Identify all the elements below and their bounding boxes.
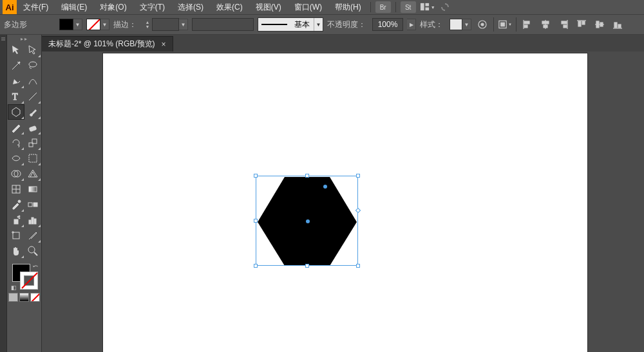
stroke-weight-stepper[interactable]: ▲▼ ▼ <box>143 18 188 31</box>
mesh-tool[interactable] <box>8 181 24 197</box>
artboard[interactable] <box>103 53 587 352</box>
pen-icon <box>10 75 22 87</box>
eraser-tool[interactable] <box>24 120 41 135</box>
align-top-icon <box>576 19 587 30</box>
close-icon[interactable]: × <box>162 40 166 49</box>
svg-rect-15 <box>564 25 567 28</box>
arrange-documents-button[interactable]: ▼ <box>420 1 435 13</box>
type-tool[interactable]: T <box>8 89 24 104</box>
bridge-button[interactable]: Br <box>375 1 391 13</box>
shape-center-anchor[interactable] <box>306 219 310 223</box>
chevron-down-icon: ▼ <box>73 19 82 30</box>
align-to-button[interactable]: ▼ <box>498 18 512 31</box>
align-left-button[interactable] <box>520 18 535 31</box>
shape-builder-tool[interactable] <box>8 166 24 181</box>
stroke-color-control[interactable]: ▼ <box>86 19 109 30</box>
variable-width-profile-slot[interactable] <box>192 18 254 31</box>
free-transform-tool[interactable] <box>24 151 41 166</box>
artboard-icon <box>10 230 22 241</box>
menu-select[interactable]: 选择(S) <box>171 0 210 14</box>
menu-type[interactable]: 文字(T) <box>133 0 171 14</box>
canvas[interactable] <box>42 51 644 352</box>
menu-object[interactable]: 对象(O) <box>93 0 133 14</box>
rotate-tool[interactable] <box>8 135 24 151</box>
separator <box>516 17 516 32</box>
menu-window[interactable]: 窗口(W) <box>288 0 328 14</box>
svg-rect-33 <box>29 154 37 162</box>
line-segment-tool[interactable] <box>24 89 41 104</box>
gradient-tool[interactable] <box>24 181 41 197</box>
color-mode-none[interactable] <box>30 293 40 302</box>
svg-rect-14 <box>562 21 567 24</box>
menu-view[interactable]: 视图(V) <box>249 0 288 14</box>
sync-settings-button[interactable] <box>437 0 453 14</box>
zoom-tool[interactable] <box>24 243 41 259</box>
svg-rect-30 <box>29 125 36 131</box>
column-graph-tool[interactable] <box>24 212 41 228</box>
stroke-weight-field[interactable] <box>152 18 179 31</box>
menu-help[interactable]: 帮助(H) <box>328 0 368 14</box>
options-bar: 多边形 ▼ ▼ 描边： ▲▼ ▼ 基本 ▼ 不透明度： 100% ▶ 样式： ▼… <box>0 14 644 35</box>
blend-tool[interactable] <box>24 197 41 212</box>
toolbox-expand-button[interactable]: ▸▸ <box>21 36 28 42</box>
stock-button[interactable]: St <box>401 1 416 13</box>
curvature-tool[interactable] <box>24 73 41 89</box>
lasso-tool[interactable] <box>24 58 41 73</box>
brush-definition-control[interactable]: 基本 ▼ <box>258 17 323 32</box>
align-bottom-button[interactable] <box>611 18 625 31</box>
selection-handle-w[interactable] <box>254 219 258 223</box>
document-tab[interactable]: 未标题-2* @ 101% (RGB/预览) × <box>42 36 173 51</box>
perspective-grid-tool[interactable] <box>24 166 41 181</box>
live-corner-widget[interactable] <box>355 208 361 213</box>
magic-wand-tool[interactable] <box>8 58 24 73</box>
align-vcenter-icon <box>594 19 605 30</box>
fill-stroke-swatches[interactable]: ⤺ ◧ <box>10 263 39 291</box>
stroke-swatch[interactable] <box>20 272 38 290</box>
svg-point-53 <box>28 246 35 253</box>
scale-tool[interactable] <box>24 135 41 151</box>
opacity-field[interactable]: 100% <box>372 18 403 31</box>
color-mode-solid[interactable] <box>8 293 18 302</box>
eyedropper-tool[interactable] <box>8 197 24 212</box>
align-vcenter-button[interactable] <box>592 18 607 31</box>
selection-handle-ne[interactable] <box>356 174 360 178</box>
menu-edit[interactable]: 编辑(E) <box>55 0 93 14</box>
selection-handle-n[interactable] <box>305 174 309 178</box>
slice-tool[interactable] <box>24 228 41 243</box>
swap-fill-stroke-icon[interactable]: ⤺ <box>33 263 38 270</box>
dock-strip[interactable] <box>0 35 7 352</box>
align-right-button[interactable] <box>556 18 571 31</box>
color-mode-gradient[interactable] <box>19 293 29 302</box>
selection-handle-sw[interactable] <box>254 264 258 268</box>
align-hcenter-button[interactable] <box>538 18 553 31</box>
artboard-tool[interactable] <box>8 228 24 243</box>
align-top-button[interactable] <box>574 18 589 31</box>
graphic-style-control[interactable]: ▼ <box>450 19 471 30</box>
selection-bounding-box[interactable] <box>256 176 358 266</box>
selection-tool[interactable] <box>8 42 24 58</box>
recolor-artwork-button[interactable] <box>475 18 489 31</box>
shaper-tool[interactable] <box>8 120 24 135</box>
align-hcenter-icon <box>540 19 551 30</box>
hand-tool[interactable] <box>8 243 24 259</box>
pen-tool[interactable] <box>8 73 24 89</box>
paintbrush-tool[interactable] <box>24 104 41 120</box>
toolbox: ▸▸ T <box>7 35 42 352</box>
symbol-sprayer-tool[interactable] <box>8 212 24 228</box>
default-fill-stroke-icon[interactable]: ◧ <box>11 284 17 291</box>
selection-handle-nw[interactable] <box>254 174 258 178</box>
menu-effect[interactable]: 效果(C) <box>210 0 249 14</box>
svg-rect-20 <box>596 21 599 28</box>
menu-file[interactable]: 文件(F) <box>17 0 55 14</box>
selection-handle-s[interactable] <box>305 264 309 268</box>
fill-color-control[interactable]: ▼ <box>59 19 82 30</box>
polygon-tool[interactable] <box>8 104 24 120</box>
chevron-right-icon[interactable]: ▶ <box>407 19 416 30</box>
width-tool[interactable] <box>8 151 24 166</box>
width-icon <box>10 153 22 164</box>
stroke-swatch-none-icon <box>86 19 100 30</box>
direct-selection-tool[interactable] <box>24 42 41 58</box>
selection-handle-se[interactable] <box>356 264 360 268</box>
grip-icon <box>1 37 5 39</box>
shape-anchor-point[interactable] <box>323 185 327 189</box>
